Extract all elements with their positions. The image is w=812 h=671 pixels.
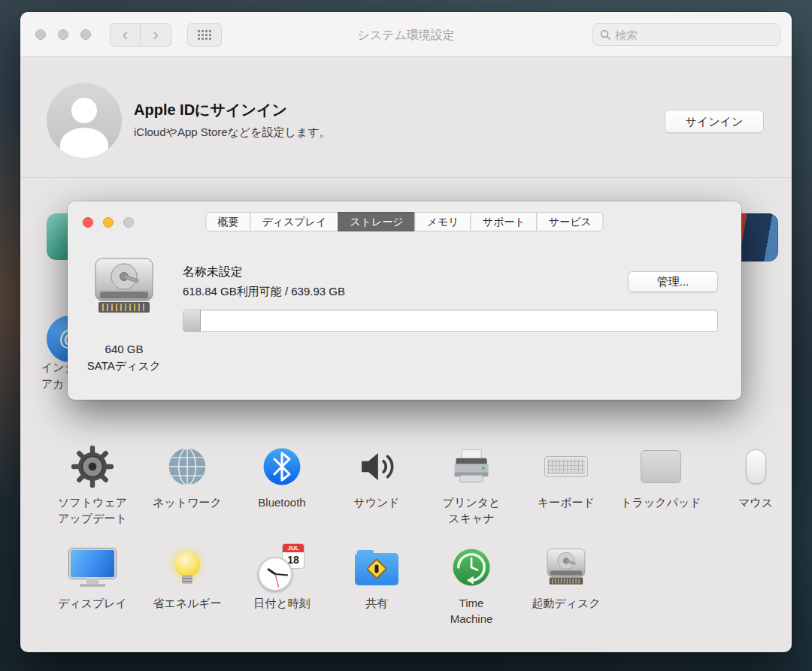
close-button[interactable] bbox=[83, 217, 93, 228]
clock-calendar-icon: JUL 18 bbox=[258, 543, 306, 592]
search-input[interactable] bbox=[615, 29, 773, 41]
window-controls bbox=[83, 217, 134, 228]
pref-date-time[interactable]: JUL 18 日付と時刻 bbox=[235, 543, 329, 627]
tab-storage[interactable]: ストレージ bbox=[338, 212, 415, 231]
pref-sharing[interactable]: 共有 bbox=[329, 543, 424, 627]
pref-network[interactable]: ネットワーク bbox=[140, 442, 235, 526]
pref-label: トラックパッド bbox=[620, 494, 701, 510]
calendar-month: JUL bbox=[283, 544, 304, 552]
shared-folder-icon bbox=[355, 543, 398, 592]
disk-usage: 618.84 GB利用可能 / 639.93 GB bbox=[183, 285, 345, 299]
mouse-icon bbox=[746, 442, 766, 491]
bluetooth-icon bbox=[260, 442, 304, 491]
pref-label: ディスプレイ bbox=[58, 595, 127, 611]
section-divider bbox=[20, 177, 792, 178]
disk-type: SATAディスク bbox=[68, 358, 180, 374]
pref-label: 省エネルギー bbox=[153, 595, 221, 611]
pref-displays[interactable]: ディスプレイ bbox=[45, 543, 140, 627]
pref-bluetooth[interactable]: Bluetooth bbox=[235, 442, 329, 526]
tab-bar: 概要 ディスプレイ ストレージ メモリ サポート サービス bbox=[205, 212, 603, 231]
tab-memory[interactable]: メモリ bbox=[415, 212, 471, 231]
pref-label: Bluetooth bbox=[258, 494, 305, 510]
storage-used-segment bbox=[183, 310, 201, 331]
search-field[interactable] bbox=[592, 23, 780, 46]
pref-label: ソフトウェア アップデート bbox=[58, 494, 127, 526]
tab-display[interactable]: ディスプレイ bbox=[250, 212, 338, 231]
time-machine-icon bbox=[450, 543, 493, 592]
pref-label: 共有 bbox=[365, 595, 388, 611]
about-mac-storage-window: 概要 ディスプレイ ストレージ メモリ サポート サービス bbox=[68, 201, 741, 400]
pref-label: サウンド bbox=[353, 494, 399, 510]
display-icon bbox=[69, 543, 116, 592]
minimize-button[interactable] bbox=[103, 217, 114, 228]
hard-disk-icon bbox=[91, 255, 157, 322]
pref-startup-disk[interactable]: 起動ディスク bbox=[519, 543, 614, 627]
gear-icon bbox=[71, 442, 114, 491]
pref-label: キーボード bbox=[538, 494, 595, 510]
apple-id-subtitle: iCloudやApp Storeなどを設定します。 bbox=[134, 125, 331, 140]
pref-energy-saver[interactable]: 省エネルギー bbox=[140, 543, 235, 627]
pref-label: マウス bbox=[738, 494, 773, 510]
apple-id-title: Apple IDにサインイン bbox=[134, 100, 287, 120]
search-icon bbox=[600, 29, 611, 40]
pref-label: ネットワーク bbox=[153, 494, 222, 510]
lightbulb-icon bbox=[174, 543, 200, 592]
pref-software-update[interactable]: ソフトウェア アップデート bbox=[45, 442, 140, 526]
pref-sound[interactable]: サウンド bbox=[329, 442, 424, 526]
signin-button[interactable]: サインイン bbox=[665, 110, 764, 133]
zoom-button[interactable] bbox=[123, 217, 134, 228]
disk-capacity: 640 GB bbox=[68, 341, 180, 358]
speaker-icon bbox=[355, 442, 398, 491]
pref-row-3: ディスプレイ 省エネルギー JUL 18 bbox=[45, 543, 614, 627]
pref-label: Time Machine bbox=[450, 595, 493, 627]
avatar bbox=[47, 83, 122, 158]
pref-label: プリンタと スキャナ bbox=[443, 494, 501, 526]
hard-disk-icon bbox=[544, 543, 588, 592]
desktop-wallpaper: ‹ › システム環境設定 bbox=[0, 0, 812, 671]
pref-label: 起動ディスク bbox=[532, 595, 600, 611]
titlebar: ‹ › システム環境設定 bbox=[20, 12, 792, 57]
pref-printers-scanners[interactable]: プリンタと スキャナ bbox=[424, 442, 519, 526]
pref-row-2: ソフトウェア アップデート ネットワーク bbox=[45, 442, 792, 526]
disk-name: 名称未設定 bbox=[183, 264, 243, 280]
pref-time-machine[interactable]: Time Machine bbox=[424, 543, 519, 627]
printer-icon bbox=[449, 442, 494, 491]
tab-service[interactable]: サービス bbox=[537, 212, 604, 231]
globe-icon bbox=[165, 442, 210, 491]
system-preferences-window: ‹ › システム環境設定 bbox=[20, 12, 792, 652]
keyboard-icon bbox=[544, 442, 588, 491]
disk-caption: 640 GB SATAディスク bbox=[68, 341, 180, 374]
pref-trackpad[interactable]: トラックパッド bbox=[614, 442, 708, 526]
tab-overview[interactable]: 概要 bbox=[205, 212, 250, 231]
trackpad-icon bbox=[641, 442, 681, 491]
storage-bar bbox=[183, 310, 718, 332]
pref-keyboard[interactable]: キーボード bbox=[519, 442, 614, 526]
manage-button[interactable]: 管理... bbox=[628, 271, 718, 292]
tab-support[interactable]: サポート bbox=[471, 212, 538, 231]
pref-mouse[interactable]: マウス bbox=[708, 442, 792, 526]
pref-label: 日付と時刻 bbox=[253, 595, 310, 611]
